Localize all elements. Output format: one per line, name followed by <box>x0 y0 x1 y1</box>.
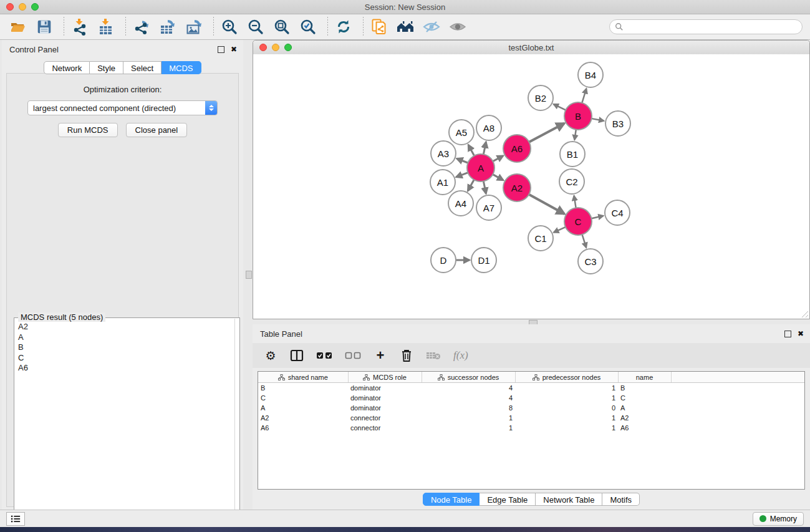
tab-select[interactable]: Select <box>123 61 162 74</box>
edge-A-A5[interactable] <box>468 145 475 156</box>
create-column-button[interactable]: + <box>374 347 387 364</box>
table-row[interactable]: Adominator80A <box>258 403 804 413</box>
vertical-splitter[interactable] <box>243 40 253 510</box>
open-session-button[interactable] <box>9 17 27 36</box>
edge-C-C3[interactable] <box>582 234 586 248</box>
node-D[interactable]: D <box>431 248 456 273</box>
horizontal-splitter[interactable] <box>253 319 810 324</box>
tab-style[interactable]: Style <box>90 61 123 74</box>
zoom-in-button[interactable] <box>220 17 239 36</box>
delete-table-button[interactable] <box>426 347 441 364</box>
tab-edge-table[interactable]: Edge Table <box>480 493 536 506</box>
float-panel-icon[interactable] <box>784 331 791 337</box>
delete-column-button[interactable] <box>400 347 413 364</box>
node-A[interactable]: A <box>467 154 494 181</box>
hide-panel-button[interactable] <box>422 17 441 36</box>
tab-network-table[interactable]: Network Table <box>536 493 602 506</box>
node-B2[interactable]: B2 <box>528 85 553 110</box>
node-B[interactable]: B <box>564 102 592 130</box>
tab-network[interactable]: Network <box>44 61 90 74</box>
node-A2[interactable]: A2 <box>503 174 531 201</box>
criterion-select[interactable]: largest connected component (directed) <box>27 100 218 115</box>
column-header-predecessor-nodes[interactable]: predecessor nodes <box>515 372 618 383</box>
import-table-button[interactable] <box>97 17 115 36</box>
zoom-fit-button[interactable] <box>272 17 291 36</box>
edge-A-A4[interactable] <box>468 179 474 191</box>
home-views-button[interactable] <box>396 17 415 36</box>
close-panel-icon[interactable]: ✖ <box>798 330 804 337</box>
table-row[interactable]: Bdominator41B <box>258 383 804 394</box>
node-B1[interactable]: B1 <box>560 142 585 167</box>
edge-C-C4[interactable] <box>591 216 603 218</box>
zoom-selected-button[interactable] <box>299 17 317 36</box>
save-session-button[interactable] <box>35 17 54 36</box>
column-header-name[interactable]: name <box>618 372 671 383</box>
node-C3[interactable]: C3 <box>578 249 603 274</box>
show-columns-button[interactable] <box>290 347 304 364</box>
import-network-button[interactable] <box>70 17 89 36</box>
apply-layout-button[interactable] <box>334 17 353 36</box>
table-row[interactable]: A2connector11A2 <box>258 413 804 423</box>
edge-A6-B[interactable] <box>529 123 564 142</box>
function-builder-button[interactable]: f(x) <box>453 347 468 364</box>
node-C1[interactable]: C1 <box>528 226 553 251</box>
node-C[interactable]: C <box>564 208 592 235</box>
node-A8[interactable]: A8 <box>476 115 501 140</box>
node-B3[interactable]: B3 <box>605 111 630 136</box>
export-image-button[interactable] <box>185 17 203 36</box>
tab-node-table[interactable]: Node Table <box>423 493 480 506</box>
edge-A-A7[interactable] <box>483 181 486 194</box>
node-A6[interactable]: A6 <box>503 135 531 162</box>
task-history-button[interactable] <box>6 512 25 526</box>
run-mcds-button[interactable]: Run MCDS <box>58 123 118 137</box>
close-panel-icon[interactable]: ✖ <box>231 46 237 53</box>
network-canvas[interactable]: B4B2BB3A5A8A6B1A3AC2A1A2A4A7C4CC1C3DD1 <box>253 54 809 319</box>
edge-B-B3[interactable] <box>591 118 604 121</box>
node-A4[interactable]: A4 <box>448 191 473 216</box>
result-item[interactable]: B <box>18 342 236 353</box>
clone-network-button[interactable] <box>370 17 388 36</box>
column-header-shared-name[interactable]: shared name <box>258 372 348 383</box>
show-panel-button[interactable] <box>448 17 467 36</box>
result-item[interactable]: A2 <box>18 322 236 332</box>
tab-motifs[interactable]: Motifs <box>602 493 640 506</box>
zoom-out-button[interactable] <box>246 17 265 36</box>
edge-A-A2[interactable] <box>492 174 503 180</box>
edge-C-C2[interactable] <box>574 196 576 209</box>
edge-A-A6[interactable] <box>493 156 503 162</box>
node-B4[interactable]: B4 <box>578 62 603 87</box>
tab-mcds[interactable]: MCDS <box>162 61 201 74</box>
edge-A-A1[interactable] <box>456 172 469 177</box>
node-C4[interactable]: C4 <box>605 200 630 225</box>
result-item[interactable]: A6 <box>18 363 236 374</box>
edge-B-B4[interactable] <box>582 89 586 104</box>
table-row[interactable]: A6connector11A6 <box>258 423 804 433</box>
node-D1[interactable]: D1 <box>471 248 496 273</box>
unselect-all-columns-button[interactable] <box>345 347 361 364</box>
node-C2[interactable]: C2 <box>559 169 584 194</box>
splitter-handle[interactable] <box>246 271 252 279</box>
result-item[interactable]: A <box>18 332 236 343</box>
result-item[interactable]: C <box>18 353 236 364</box>
float-panel-icon[interactable] <box>218 46 224 53</box>
column-header-successor-nodes[interactable]: successor nodes <box>422 372 515 383</box>
search-input[interactable] <box>624 22 797 32</box>
table-row[interactable]: Cdominator41C <box>258 393 804 403</box>
result-scrollbar[interactable] <box>234 319 235 531</box>
select-all-columns-button[interactable] <box>316 347 332 364</box>
node-A1[interactable]: A1 <box>430 170 455 195</box>
memory-button[interactable]: Memory <box>753 512 804 526</box>
table-options-button[interactable]: ⚙ <box>264 347 277 364</box>
edge-C-C1[interactable] <box>554 227 566 233</box>
edge-A-A8[interactable] <box>483 142 486 155</box>
edge-A2-C[interactable] <box>528 194 564 214</box>
column-header-mcds-role[interactable]: MCDS role <box>348 372 422 383</box>
export-table-button[interactable] <box>158 17 177 36</box>
close-panel-button[interactable]: Close panel <box>126 123 188 137</box>
node-A3[interactable]: A3 <box>431 141 456 166</box>
export-network-button[interactable] <box>132 17 151 36</box>
node-A7[interactable]: A7 <box>476 195 501 220</box>
network-window-titlebar[interactable]: testGlobe.txt <box>253 41 809 55</box>
edge-B-B2[interactable] <box>554 104 566 110</box>
node-A5[interactable]: A5 <box>449 120 474 145</box>
